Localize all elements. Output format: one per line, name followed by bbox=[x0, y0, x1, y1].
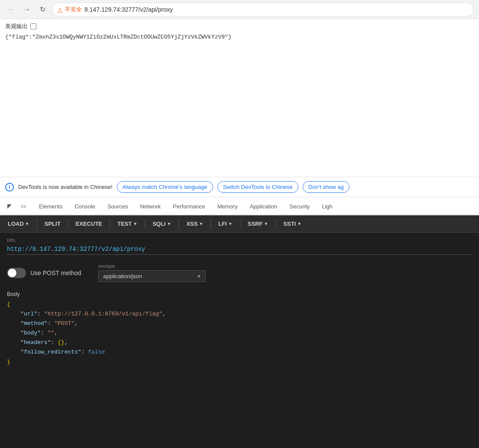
lfi-button[interactable]: LFI ▼ bbox=[214, 219, 236, 229]
tab-performance[interactable]: Performance bbox=[167, 198, 211, 215]
inspect-icon[interactable]: ◤ bbox=[3, 200, 16, 212]
body-code[interactable]: { "url": "http://127.0.0.1:8769/v1/api/f… bbox=[7, 300, 472, 367]
panel-toolbar: LOAD ▼ SPLIT EXECUTE TEST ▼ SQLI ▼ XSS ▼… bbox=[0, 215, 479, 233]
url-section: URL bbox=[0, 233, 479, 258]
enctype-select-wrapper: application/json application/x-www-form-… bbox=[98, 270, 206, 282]
warning-icon: △ bbox=[58, 6, 62, 13]
toolbar-divider-4 bbox=[145, 220, 145, 228]
device-icon[interactable]: ▭ bbox=[17, 200, 29, 212]
post-method-toggle[interactable] bbox=[7, 268, 26, 278]
info-icon: i bbox=[5, 183, 14, 192]
always-match-button[interactable]: Always match Chrome's language bbox=[117, 181, 213, 193]
post-row: Use POST method enctype application/json… bbox=[0, 258, 479, 287]
ssti-arrow-icon: ▼ bbox=[297, 221, 301, 226]
devtools-icon-group: ◤ ▭ bbox=[0, 197, 33, 214]
toolbar-divider-7 bbox=[240, 220, 240, 228]
tab-elements[interactable]: Elements bbox=[33, 198, 68, 215]
toolbar-divider-3 bbox=[110, 220, 110, 228]
load-button[interactable]: LOAD ▼ bbox=[3, 219, 34, 229]
lfi-arrow-icon: ▼ bbox=[228, 221, 233, 226]
body-section: Body { "url": "http://127.0.0.1:8769/v1/… bbox=[0, 287, 479, 370]
toggle-group: Use POST method bbox=[7, 268, 81, 278]
toolbar-divider-1 bbox=[37, 220, 37, 228]
browser-chrome: ← → ↻ △ 不安全 8.147.129.74:32777/v2/api/pr… bbox=[0, 0, 479, 19]
toolbar-divider-5 bbox=[178, 220, 179, 228]
url-input[interactable] bbox=[7, 245, 472, 255]
pretty-print-label: 美观输出 bbox=[5, 23, 28, 30]
dont-show-button[interactable]: Don't show ag bbox=[303, 181, 350, 193]
reload-button[interactable]: ↻ bbox=[36, 3, 49, 16]
toolbar-divider-6 bbox=[210, 220, 211, 228]
toolbar-divider-2 bbox=[68, 220, 68, 228]
sqli-button[interactable]: SQLI ▼ bbox=[148, 219, 175, 229]
url-label: URL bbox=[7, 238, 472, 243]
switch-devtools-button[interactable]: Switch DevTools to Chinese bbox=[217, 181, 298, 193]
devtools-tabs: ◤ ▭ Elements Console Sources Network Per… bbox=[0, 197, 479, 215]
tab-memory[interactable]: Memory bbox=[211, 198, 244, 215]
xss-arrow-icon: ▼ bbox=[199, 221, 203, 226]
load-arrow-icon: ▼ bbox=[25, 221, 29, 226]
toggle-label: Use POST method bbox=[30, 269, 81, 276]
browser-url: 8.147.129.74:32777/v2/api/proxy bbox=[84, 6, 173, 13]
page-content: 美观输出 {"flag":"ZmxhZ3s1OWQyNWY1ZiOzZmUxLT… bbox=[0, 19, 479, 177]
devtools-notification: i DevTools is now available in Chinese! … bbox=[0, 177, 479, 197]
execute-button[interactable]: EXECUTE bbox=[71, 219, 107, 229]
devtools-panel: LOAD ▼ SPLIT EXECUTE TEST ▼ SQLI ▼ XSS ▼… bbox=[0, 215, 479, 448]
tab-application[interactable]: Application bbox=[244, 198, 284, 215]
test-arrow-icon: ▼ bbox=[133, 221, 137, 226]
tab-sources[interactable]: Sources bbox=[101, 198, 134, 215]
ssrf-arrow-icon: ▼ bbox=[264, 221, 268, 226]
body-label: Body bbox=[7, 291, 472, 297]
pretty-print-bar: 美观输出 bbox=[5, 23, 474, 30]
forward-button[interactable]: → bbox=[21, 3, 33, 16]
split-button[interactable]: SPLIT bbox=[40, 219, 65, 229]
enctype-label: enctype bbox=[98, 263, 206, 269]
enctype-select[interactable]: application/json application/x-www-form-… bbox=[98, 270, 206, 282]
toggle-thumb bbox=[8, 269, 16, 277]
tab-console[interactable]: Console bbox=[68, 198, 101, 215]
test-button[interactable]: TEST ▼ bbox=[113, 219, 142, 229]
address-bar[interactable]: △ 不安全 8.147.129.74:32777/v2/api/proxy bbox=[52, 3, 474, 16]
tab-lighthouse[interactable]: Ligh bbox=[316, 198, 339, 215]
back-button[interactable]: ← bbox=[5, 3, 17, 16]
tab-security[interactable]: Security bbox=[283, 198, 316, 215]
notification-text: DevTools is now available in Chinese! bbox=[18, 184, 113, 190]
xss-button[interactable]: XSS ▼ bbox=[182, 219, 207, 229]
tab-network[interactable]: Network bbox=[134, 198, 167, 215]
not-secure-label: 不安全 bbox=[65, 6, 82, 13]
json-output: {"flag":"ZmxhZ3s1OWQyNWY1ZiOzZmUxLTRmZDc… bbox=[5, 33, 474, 42]
pretty-print-checkbox[interactable] bbox=[30, 23, 36, 29]
toolbar-divider-8 bbox=[275, 220, 276, 228]
sqli-arrow-icon: ▼ bbox=[167, 221, 171, 226]
ssti-button[interactable]: SSTI ▼ bbox=[279, 219, 306, 229]
enctype-group: enctype application/json application/x-w… bbox=[98, 263, 206, 282]
ssrf-button[interactable]: SSRF ▼ bbox=[243, 219, 273, 229]
main-area: 美观输出 {"flag":"ZmxhZ3s1OWQyNWY1ZiOzZmUxLT… bbox=[0, 19, 479, 448]
